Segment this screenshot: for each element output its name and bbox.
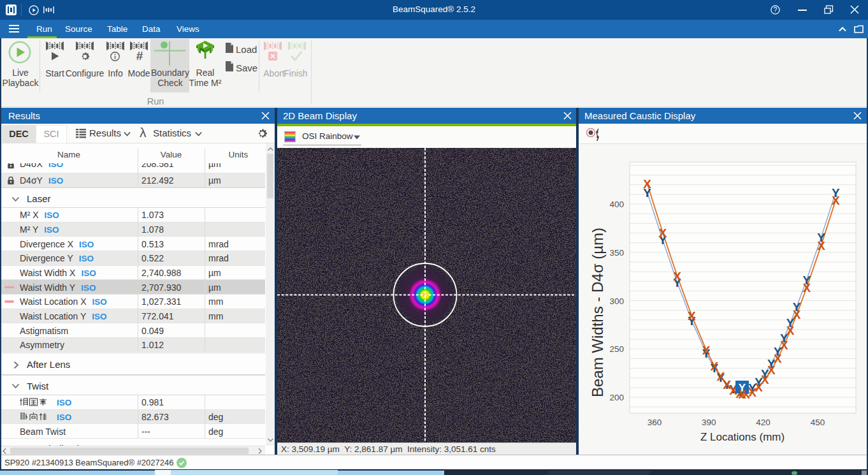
svg-text:250: 250 bbox=[609, 344, 624, 354]
svg-text:X: X bbox=[688, 309, 696, 323]
svg-text:?: ? bbox=[774, 6, 778, 13]
svg-text:Beam Widths - D4σ (µm): Beam Widths - D4σ (µm) bbox=[589, 228, 606, 397]
svg-text:X: X bbox=[673, 270, 681, 283]
svg-text:X: X bbox=[774, 352, 782, 365]
svg-text:X: X bbox=[786, 324, 795, 337]
svg-text:300: 300 bbox=[609, 296, 624, 306]
svg-text:X: X bbox=[832, 194, 840, 207]
svg-text:X: X bbox=[767, 363, 776, 377]
svg-text:X: X bbox=[738, 388, 746, 401]
svg-text:420: 420 bbox=[756, 418, 770, 427]
svg-text:450: 450 bbox=[811, 418, 825, 427]
svg-text:X: X bbox=[702, 344, 711, 357]
svg-text:X: X bbox=[793, 308, 801, 321]
svg-text:X: X bbox=[643, 177, 651, 191]
svg-text:X: X bbox=[658, 226, 667, 240]
svg-text:200: 200 bbox=[609, 393, 624, 402]
svg-text:400: 400 bbox=[609, 200, 624, 209]
svg-text:X: X bbox=[780, 339, 788, 352]
svg-text:350: 350 bbox=[609, 248, 624, 258]
svg-text:390: 390 bbox=[702, 418, 716, 427]
svg-text:Z Locations (mm): Z Locations (mm) bbox=[700, 431, 785, 443]
svg-text:360: 360 bbox=[647, 418, 662, 427]
svg-text:X: X bbox=[817, 239, 825, 252]
svg-text:X: X bbox=[802, 281, 811, 295]
